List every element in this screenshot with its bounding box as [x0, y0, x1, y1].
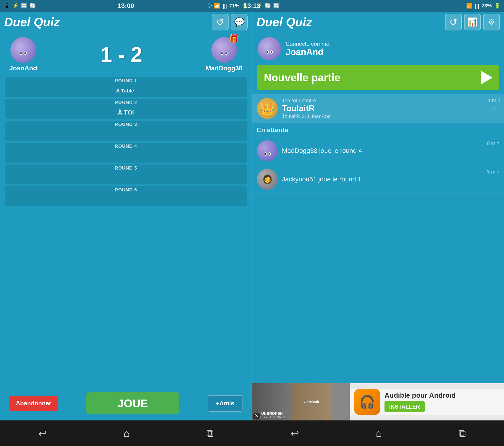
abandon-button[interactable]: Abandonner	[9, 396, 58, 411]
left-status-right: ⦾ 📶 ||| 71% 🔋	[207, 3, 248, 9]
signal-icon: |||	[222, 3, 227, 9]
rounds-container: ROUND 1 À Table!	[5, 77, 247, 386]
round-6-header: ROUND 6	[5, 186, 247, 194]
left-player: JoanAnd	[9, 37, 37, 72]
right-avatar-eyes	[221, 52, 228, 55]
round-1-sublabel: À Table!	[12, 88, 240, 94]
right-player: 🎁 MadDogg38	[206, 37, 242, 72]
active-game-info: Ton tour contre ToulaitR ToulaitR 2-3 Jo…	[282, 97, 487, 119]
left-app-header: Duel Quiz ↺ 💬	[0, 12, 252, 33]
right-status-right: 📶 ||| 73% 🔋	[466, 3, 500, 9]
jacky-avatar: 🧔	[257, 169, 278, 190]
right-wifi-icon: 📶	[466, 3, 472, 9]
round-2-section: ROUND 2 À TOI	[5, 99, 247, 119]
jacky-time: 3 min	[487, 169, 499, 175]
round-1-blocks-right	[240, 87, 242, 94]
score-display: 1 - 2	[100, 43, 142, 67]
ad-content: 🎧 Audible pour Android INSTALLER	[350, 389, 504, 415]
user-eye-left	[266, 50, 269, 54]
jacky-text: Jackynou61 joue le round 1	[282, 176, 361, 183]
user-eye-right	[270, 50, 273, 54]
maddog-text: MadDogg38 joue le round 4	[282, 147, 362, 155]
settings-button[interactable]: ⚙	[483, 14, 500, 30]
left-app-title: Duel Quiz	[4, 15, 60, 29]
right-sync-icon2: 🔄	[273, 3, 279, 9]
connected-label: Connecté comme:	[286, 41, 331, 47]
right-refresh-button[interactable]: ↺	[445, 14, 462, 30]
right-home-button[interactable]: ⌂	[376, 427, 382, 439]
right-app-header: Duel Quiz ↺ 📊 ⚙	[252, 12, 504, 33]
left-nav-bar: ↩ ⌂ ⧉	[0, 420, 252, 446]
round-6-section: ROUND 6	[5, 186, 247, 206]
friends-button[interactable]: +Amis	[208, 395, 242, 412]
maddog-eye-left	[264, 152, 267, 156]
round-3-header: ROUND 3	[5, 121, 247, 128]
bottom-buttons: Abandonner JOUE +Amis	[5, 389, 247, 418]
round-2-sublabel: À TOI	[118, 109, 134, 116]
right-battery-icon: 🔋	[494, 3, 500, 9]
ad-banner: UNBROKEN LAURA HILLENBRAND Goldfinch ✕ 🎧…	[252, 383, 504, 420]
battery-label: 71%	[229, 3, 239, 9]
round-1-section: ROUND 1 À Table!	[5, 77, 247, 97]
chevron-1: ›	[491, 104, 494, 113]
round-4-content	[5, 150, 247, 163]
waiting-item-maddog: MadDogg38 joue le round 4 0 min	[252, 136, 504, 165]
right-recents-button[interactable]: ⧉	[459, 427, 466, 439]
book1-title: UNBROKEN	[261, 412, 283, 416]
left-home-button[interactable]: ⌂	[124, 427, 130, 439]
round-2-header: ROUND 2	[5, 99, 247, 106]
maddog-eye-right	[268, 152, 271, 156]
active-game-subtitle: Ton tour contre	[282, 97, 316, 103]
sync-icon2: 🔄	[30, 3, 36, 9]
right-signal-icon: |||	[475, 3, 479, 9]
new-game-label: Nouvelle partie	[264, 71, 341, 84]
new-game-button[interactable]: Nouvelle partie	[257, 65, 499, 90]
ad-book2: Goldfinch	[292, 383, 331, 420]
wifi-icon: 📶	[214, 3, 220, 9]
ad-book-area: UNBROKEN LAURA HILLENBRAND Goldfinch ✕	[252, 383, 350, 420]
round-5-header: ROUND 5	[5, 164, 247, 172]
maddog-avatar	[257, 140, 278, 161]
right-score: 2	[131, 43, 142, 66]
left-header-buttons: ↺ 💬	[212, 14, 248, 30]
left-phone-panel: 📱 ⚡ 🔄 🔄 13:00 ⦾ 📶 ||| 71% 🔋 Duel Quiz ↺ …	[0, 0, 252, 446]
round-1-header: ROUND 1	[5, 77, 247, 84]
stats-button[interactable]: 📊	[464, 14, 481, 30]
left-eye-left	[20, 52, 22, 55]
install-button[interactable]: INSTALLER	[384, 401, 425, 412]
left-player-avatar	[10, 37, 36, 63]
right-battery-label: 73%	[482, 3, 492, 9]
right-eye-right	[225, 52, 228, 55]
round-3-content	[5, 128, 247, 141]
left-back-button[interactable]: ↩	[38, 427, 47, 439]
play-arrow-icon	[481, 71, 492, 85]
round-1-blocks-left	[9, 87, 12, 94]
ad-text-area: Audible pour Android INSTALLER	[384, 391, 499, 412]
right-eye-left	[221, 52, 223, 55]
headphone-icon: 🎧	[359, 394, 375, 409]
right-time: 13:13	[244, 2, 260, 10]
book1-author: LAURA HILLENBRAND	[258, 416, 286, 419]
waiting-item-jacky: 🧔 Jackynou61 joue le round 1 3 min	[252, 165, 504, 194]
left-time: 13:00	[118, 2, 134, 10]
ad-close-button[interactable]: ✕	[253, 412, 260, 420]
chat-button[interactable]: 💬	[231, 14, 248, 30]
left-score: 1	[100, 43, 112, 66]
waiting-section-header: En attente	[252, 124, 504, 136]
right-back-button[interactable]: ↩	[290, 427, 299, 439]
user-name: JoanAnd	[286, 47, 331, 57]
maddog-time: 0 min	[487, 140, 499, 146]
left-recents-button[interactable]: ⧉	[206, 427, 214, 439]
refresh-button[interactable]: ↺	[212, 14, 229, 30]
jacky-action-text: joue le round 1	[318, 176, 361, 183]
score-area: JoanAnd 1 - 2 🎁 M	[5, 35, 247, 74]
round-6-content	[5, 194, 247, 206]
chat-icon: 💬	[234, 17, 245, 27]
right-status-bar: ⚡ 🔄 🔄 13:13 📶 ||| 73% 🔋	[252, 0, 504, 12]
score-separator: -	[118, 43, 125, 66]
active-game-item[interactable]: 👑 Ton tour contre ToulaitR ToulaitR 2-3 …	[252, 94, 504, 123]
game-list: 👑 Ton tour contre ToulaitR ToulaitR 2-3 …	[252, 94, 504, 383]
play-button[interactable]: JOUE	[86, 392, 179, 414]
right-header-buttons: ↺ 📊 ⚙	[445, 14, 500, 30]
audible-icon: 🎧	[354, 389, 380, 415]
